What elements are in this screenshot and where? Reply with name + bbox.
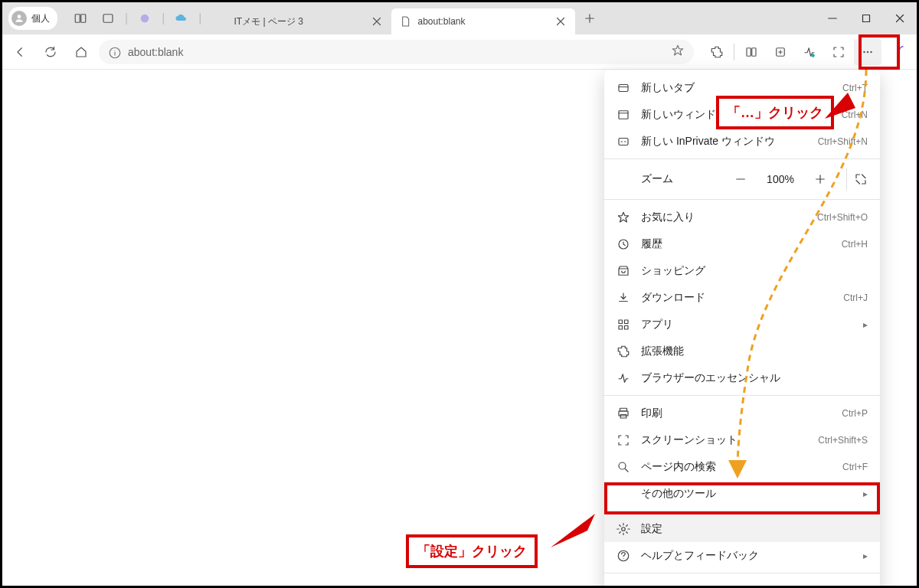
menu-item-label: お気に入り — [641, 211, 806, 224]
workspaces-icon[interactable] — [70, 8, 91, 29]
refresh-button[interactable] — [38, 39, 64, 65]
svg-rect-1 — [75, 15, 80, 23]
menu-item-essentials[interactable]: ブラウザーのエッセンシャル — [604, 364, 880, 391]
close-icon[interactable] — [370, 15, 384, 28]
extensions-icon[interactable] — [703, 39, 731, 65]
page-icon — [215, 15, 227, 28]
svg-point-0 — [18, 15, 21, 18]
svg-rect-24 — [620, 414, 626, 418]
page-icon — [399, 15, 411, 28]
menu-item-shortcut: Ctrl+T — [842, 83, 868, 93]
history-icon — [616, 237, 630, 251]
submenu-indicator-icon: ▸ — [863, 319, 868, 330]
menu-item-shortcut: Ctrl+F — [842, 462, 868, 472]
annotation-pointer-2 — [551, 514, 597, 552]
menu-item-inprivate[interactable]: 新しい InPrivate ウィンドウCtrl+Shift+N — [604, 128, 880, 155]
zoom-in-button[interactable] — [809, 168, 831, 190]
copilot-tab-icon[interactable] — [134, 8, 155, 29]
profile-label: 個人 — [31, 12, 50, 25]
tab-label: about:blank — [417, 16, 548, 27]
menu-item-label: 設定 — [641, 522, 868, 536]
tab-actions: | | | — [64, 2, 208, 34]
tab-1[interactable]: ITメモ | ページ 3 — [208, 8, 391, 34]
menu-item-shopping[interactable]: ショッピング — [604, 257, 880, 284]
menu-item-apps[interactable]: アプリ▸ — [604, 311, 880, 338]
menu-item-label: ダウンロード — [641, 291, 832, 305]
menu-item-ext[interactable]: 拡張機能 — [604, 338, 880, 364]
toolbar-right — [698, 39, 881, 65]
tab-overview-icon[interactable] — [97, 8, 119, 29]
back-button[interactable] — [7, 39, 33, 65]
menu-item-label: 印刷 — [641, 407, 831, 420]
annotation-box-settings — [604, 482, 880, 514]
avatar-icon — [11, 11, 27, 26]
ext-icon — [616, 345, 630, 358]
svg-rect-5 — [863, 15, 870, 22]
help-icon — [616, 549, 630, 563]
title-bar: 個人 | | | ITメモ | ページ 3 abou — [2, 2, 917, 34]
cloud-icon[interactable] — [171, 8, 192, 29]
menu-item-shortcut: Ctrl+Shift+O — [817, 212, 868, 223]
fav-icon — [616, 211, 630, 224]
menu-item-label: 履歴 — [641, 237, 831, 251]
svg-point-10 — [811, 54, 815, 57]
home-button[interactable] — [68, 39, 94, 65]
minimize-button[interactable] — [816, 2, 849, 34]
menu-item-settings[interactable]: 設定 — [604, 515, 880, 542]
svg-rect-20 — [619, 325, 623, 329]
svg-rect-18 — [619, 320, 623, 324]
toolbar: about:blank — [2, 34, 917, 70]
find-icon — [616, 460, 630, 474]
menu-item-label: ヘルプとフィードバック — [641, 549, 852, 563]
svg-rect-2 — [81, 15, 86, 23]
menu-item-fav[interactable]: お気に入りCtrl+Shift+O — [604, 204, 880, 230]
close-window-button[interactable] — [883, 2, 917, 34]
menu-separator — [604, 199, 880, 200]
zoom-out-button[interactable] — [730, 168, 751, 190]
print-icon — [616, 407, 630, 420]
maximize-button[interactable] — [849, 2, 883, 34]
address-text: about:blank — [128, 46, 663, 58]
menu-item-label: ブラウザーのエッセンシャル — [641, 371, 868, 385]
collections-icon[interactable] — [767, 39, 794, 65]
content-area: 新しいタブCtrl+T新しいウィンドウCtrl+N新しい InPrivate ウ… — [2, 70, 917, 586]
favorite-star-icon[interactable] — [671, 44, 685, 60]
menu-item-shortcut: Ctrl+J — [843, 292, 868, 303]
site-info-icon[interactable] — [108, 46, 120, 58]
menu-item-find[interactable]: ページ内の検索Ctrl+F — [604, 453, 880, 480]
menu-separator — [604, 158, 880, 159]
profile-chip[interactable]: 個人 — [8, 7, 57, 30]
close-icon[interactable] — [554, 15, 567, 28]
split-screen-icon[interactable] — [737, 39, 765, 65]
menu-item-label: 新しい InPrivate ウィンドウ — [641, 135, 807, 149]
menu-item-shortcut: Ctrl+H — [842, 239, 868, 250]
fullscreen-button[interactable] — [846, 168, 868, 190]
address-bar[interactable]: about:blank — [99, 40, 694, 64]
menu-close-edge[interactable]: Microsoft Edge を閉じる — [604, 577, 880, 588]
menu-item-history[interactable]: 履歴Ctrl+H — [604, 230, 880, 257]
performance-icon[interactable] — [796, 39, 823, 65]
menu-item-screenshot[interactable]: スクリーンショットCtrl+Shift+S — [604, 426, 880, 453]
window-controls — [816, 2, 917, 34]
menu-item-download[interactable]: ダウンロードCtrl+J — [604, 284, 880, 311]
submenu-indicator-icon: ▸ — [863, 550, 868, 561]
menu-item-shortcut: Ctrl+Shift+S — [818, 435, 868, 446]
zoom-label: ズーム — [616, 172, 719, 186]
svg-point-26 — [622, 527, 626, 531]
svg-rect-21 — [625, 325, 629, 329]
svg-rect-7 — [747, 47, 751, 56]
menu-item-label: 新しいタブ — [641, 81, 832, 95]
svg-point-25 — [619, 462, 626, 469]
window-icon — [616, 108, 630, 122]
menu-item-label: ショッピング — [641, 264, 868, 278]
new-tab-button[interactable] — [578, 7, 601, 30]
menu-item-help[interactable]: ヘルプとフィードバック▸ — [604, 542, 880, 569]
tab-2-active[interactable]: about:blank — [391, 8, 575, 34]
menu-item-print[interactable]: 印刷Ctrl+P — [604, 400, 880, 426]
inprivate-icon — [616, 135, 630, 149]
screenshot-icon[interactable] — [825, 39, 852, 65]
annotation-box-more — [858, 34, 900, 70]
svg-rect-16 — [619, 138, 628, 145]
annotation-pointer-1 — [825, 93, 855, 123]
menu-item-shortcut: Ctrl+P — [842, 408, 868, 419]
